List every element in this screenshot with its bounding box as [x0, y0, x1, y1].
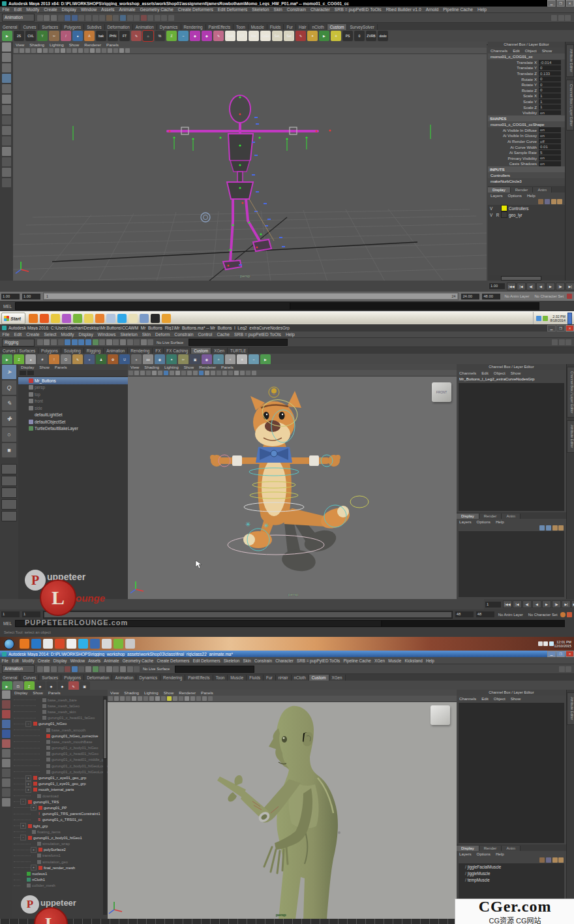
status-icon[interactable]	[85, 15, 91, 21]
tree-expander[interactable]	[25, 829, 30, 834]
anim-layer-dropdown[interactable]: No Anim Layer	[502, 294, 532, 298]
transport-button[interactable]: ▶	[546, 283, 555, 290]
panel-menu-item[interactable]: Show	[161, 690, 176, 695]
sidebar-toggle-icon[interactable]	[551, 15, 557, 21]
shelf-tab[interactable]: PaintEffects	[185, 675, 213, 681]
layout-icon[interactable]	[566, 339, 571, 345]
layout-preset-icon[interactable]	[1, 511, 17, 521]
tree-expander[interactable]	[31, 818, 35, 822]
shelf-icon[interactable]: +	[84, 354, 95, 365]
layer-editor-tab[interactable]: Display	[457, 846, 479, 851]
status-icon[interactable]	[51, 666, 57, 672]
shelf-icon[interactable]: ◆	[190, 31, 200, 41]
taskbar-app-icon[interactable]	[162, 314, 171, 323]
tool-icon[interactable]	[2, 769, 10, 777]
goblin-character-model[interactable]	[108, 702, 457, 919]
panel-toolbar-icon[interactable]	[84, 48, 89, 53]
status-icon[interactable]	[127, 666, 133, 672]
transport-button[interactable]: ▶	[542, 600, 551, 608]
node-name[interactable]: gurung01_TRS	[33, 800, 59, 804]
taskbar-app-icon[interactable]	[140, 314, 149, 323]
channel-value[interactable]: off	[539, 139, 561, 144]
layer-icon[interactable]	[546, 525, 551, 531]
layer-icon[interactable]	[552, 857, 558, 863]
status-icon[interactable]	[106, 15, 112, 21]
shelf-icon[interactable]: CpEd	[260, 31, 271, 41]
node-name[interactable]: download	[42, 794, 59, 798]
shelf-tab[interactable]: Surfaces	[39, 24, 61, 30]
taskbar-app-icon[interactable]	[43, 639, 53, 649]
robot-rig-model[interactable]	[13, 54, 487, 281]
menu-item[interactable]: Animate	[102, 658, 121, 663]
minimize-button[interactable]: ▁	[547, 651, 556, 657]
tree-expander[interactable]	[40, 733, 44, 738]
shelf-icon[interactable]: /	[61, 31, 71, 41]
panel-toolbar-icon[interactable]	[138, 696, 142, 701]
status-icon[interactable]	[65, 339, 70, 345]
taskbar-app-icon[interactable]	[128, 314, 138, 323]
outliner-item[interactable]: - gurung01_hiGeo	[12, 721, 108, 727]
panel-menu-item[interactable]: Renderer	[82, 42, 104, 47]
layout-icon[interactable]	[566, 666, 571, 672]
menu-item[interactable]: Skeleton	[250, 7, 271, 12]
channel-row[interactable]: Casts Shadows on	[488, 161, 565, 167]
transport-button[interactable]: ◀|	[526, 283, 536, 290]
panel-toolbar-icon[interactable]	[179, 696, 183, 701]
outliner-item[interactable]: S gurung01_c_TRS01_cc	[12, 817, 108, 823]
status-icon[interactable]	[134, 666, 140, 672]
shelf-tab[interactable]: Polygons	[38, 348, 61, 354]
channel-box-menu-item[interactable]: Object	[491, 371, 508, 375]
layout-preset-icon[interactable]	[1, 487, 17, 498]
channel-box-menu-item[interactable]: Channels	[457, 371, 479, 375]
channel-row[interactable]: Rotate Z 0	[488, 87, 565, 93]
tree-expander[interactable]: +	[31, 805, 37, 810]
status-icon[interactable]	[161, 15, 167, 21]
search-input[interactable]	[175, 666, 254, 673]
outliner-item[interactable]: persp	[18, 384, 128, 392]
status-icon[interactable]	[78, 666, 84, 672]
node-name[interactable]: base_mesh_smooth	[52, 728, 85, 732]
layer-color-swatch[interactable]	[501, 205, 507, 211]
tool-icon[interactable]	[2, 105, 11, 114]
channel-box-menu-item[interactable]: Channels	[457, 696, 479, 701]
layer-row[interactable]: / tempMuscle	[459, 876, 564, 883]
layer-icon[interactable]	[558, 525, 564, 531]
panel-menu-item[interactable]: Renderer	[196, 365, 219, 369]
tool-icon[interactable]	[2, 84, 11, 93]
panel-toolbar-icon[interactable]	[125, 48, 130, 53]
panel-toolbar-icon[interactable]	[134, 371, 139, 375]
shelf-tab[interactable]: Dynamics	[157, 24, 181, 30]
panel-menu-item[interactable]: Shading	[121, 690, 142, 695]
menu-item[interactable]: Edit	[10, 658, 20, 663]
menu-item[interactable]: Pipeline Cache	[441, 7, 476, 12]
shelf-icon[interactable]: ▶	[2, 354, 12, 365]
node-name[interactable]: simulation_geo	[42, 860, 68, 864]
range-slider[interactable]	[43, 611, 453, 619]
channel-value[interactable]: 0	[539, 65, 561, 70]
tree-expander[interactable]: +	[25, 787, 31, 793]
layer-icon[interactable]	[558, 857, 564, 863]
panel-toolbar-icon[interactable]	[144, 696, 148, 701]
layer-name[interactable]: tempMuscle	[468, 878, 490, 882]
panel-toolbar-icon[interactable]	[67, 48, 71, 53]
shelf-icon[interactable]: ⌂	[143, 31, 153, 41]
tool-icon[interactable]	[2, 788, 10, 797]
channel-row[interactable]: Translate Z 0.133	[488, 70, 565, 76]
menu-item[interactable]: Skin	[140, 332, 153, 337]
status-icon[interactable]	[37, 666, 43, 672]
tool-icon[interactable]: ➤	[2, 365, 16, 379]
panel-toolbar-icon[interactable]	[132, 696, 136, 701]
panel-toolbar-icon[interactable]	[228, 371, 233, 375]
node-name[interactable]: final_render_mesh	[44, 866, 75, 870]
panel-toolbar-icon[interactable]	[187, 371, 192, 375]
taskbar-app-icon[interactable]	[40, 314, 49, 323]
layer-row[interactable]: V Controllers	[488, 205, 565, 211]
menu-item[interactable]: Assets	[99, 7, 117, 12]
move-layer-icon[interactable]	[551, 199, 556, 204]
node-name[interactable]: gurung01_c_body01_hiGeo1	[33, 836, 82, 840]
panel-toolbar-icon[interactable]	[61, 48, 65, 53]
panel-toolbar-icon[interactable]	[167, 696, 172, 701]
panel-toolbar-icon[interactable]	[161, 696, 166, 701]
node-name[interactable]: side	[35, 406, 42, 410]
channel-value[interactable]: on	[539, 110, 561, 116]
